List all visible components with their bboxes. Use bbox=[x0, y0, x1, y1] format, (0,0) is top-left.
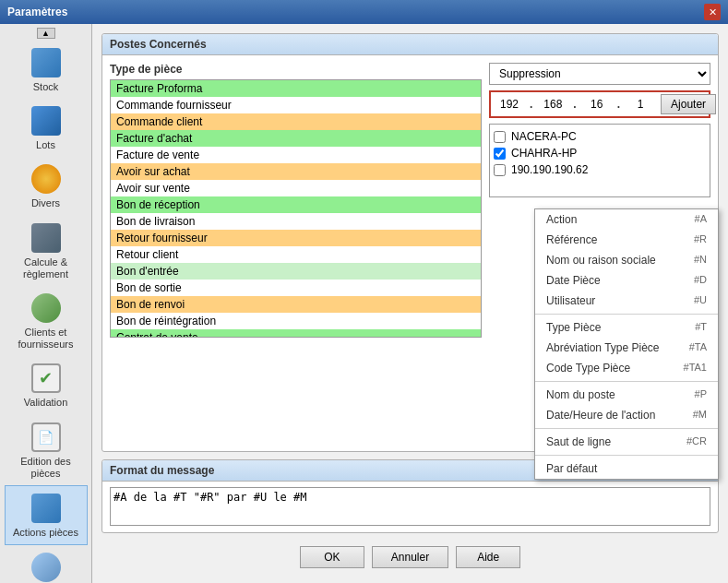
format-textarea[interactable] bbox=[110, 487, 710, 526]
ip-octet2[interactable] bbox=[536, 98, 569, 111]
sidebar-scroll-up[interactable]: ▲ bbox=[37, 28, 55, 39]
divers-icon bbox=[30, 162, 63, 196]
ajouter-button[interactable]: Ajouter bbox=[661, 94, 716, 114]
context-menu-item-label: Action bbox=[546, 213, 577, 226]
checkbox-label-ip62: 190.190.190.62 bbox=[511, 163, 588, 176]
context-menu-item-label: Nom du poste bbox=[546, 388, 615, 401]
context-menu-item[interactable]: Référence#R bbox=[535, 230, 718, 250]
checkbox-label-chahra: CHAHRA-HP bbox=[511, 147, 577, 160]
close-button[interactable]: ✕ bbox=[704, 4, 721, 20]
ip-octet3[interactable] bbox=[580, 98, 614, 111]
edition-icon: 📄 bbox=[30, 421, 63, 454]
context-menu-item[interactable]: Nom du poste#P bbox=[535, 385, 718, 405]
list-item[interactable]: Contrat de vente bbox=[111, 329, 481, 338]
postes-panel-title: Postes Concernés bbox=[102, 34, 718, 55]
context-menu-item[interactable]: Date Pièce#D bbox=[535, 270, 718, 291]
checkbox-ip62[interactable] bbox=[494, 164, 506, 176]
type-piece-list[interactable]: Facture ProformaCommande fournisseurComm… bbox=[110, 79, 482, 338]
list-item[interactable]: Avoir sur achat bbox=[111, 163, 481, 180]
sidebar-label-calcule: Calcule & règlement bbox=[8, 256, 84, 280]
sidebar-label-edition: Edition des pièces bbox=[8, 456, 84, 480]
context-menu-item-shortcut: #CR bbox=[686, 435, 707, 448]
list-item[interactable]: Facture Proforma bbox=[111, 80, 481, 97]
sidebar-item-edition[interactable]: 📄 Edition des pièces bbox=[5, 415, 88, 485]
sidebar-label-stock: Stock bbox=[33, 81, 59, 93]
list-item[interactable]: Bon de livraison bbox=[111, 213, 481, 230]
context-menu-item[interactable]: Code Type Pièce#TA1 bbox=[535, 358, 718, 378]
user-icon bbox=[30, 551, 63, 583]
type-piece-section: Type de pièce Facture ProformaCommande f… bbox=[110, 63, 482, 338]
list-item[interactable]: Retour client bbox=[111, 246, 481, 263]
checkbox-item: 190.190.190.62 bbox=[494, 161, 706, 178]
sidebar-item-clients[interactable]: Clients et fournisseurs bbox=[5, 286, 88, 356]
context-menu-item[interactable]: Utilisateur#U bbox=[535, 291, 718, 311]
context-menu-item[interactable]: Action#A bbox=[535, 209, 718, 230]
list-item[interactable]: Bon de sortie bbox=[111, 280, 481, 296]
context-menu-item-shortcut: #TA bbox=[689, 341, 707, 354]
bottom-buttons: OK Annuler Aide bbox=[101, 541, 719, 574]
context-menu-separator bbox=[535, 314, 718, 315]
type-piece-label: Type de pièce bbox=[110, 63, 482, 76]
validation-icon: ✔ bbox=[30, 362, 63, 395]
context-menu-item[interactable]: Nom ou raison sociale#N bbox=[535, 250, 718, 270]
content-area: Postes Concernés Type de pièce Facture P… bbox=[92, 24, 728, 583]
checkbox-nacera[interactable] bbox=[494, 131, 506, 143]
list-item[interactable]: Facture d'achat bbox=[111, 130, 481, 147]
context-menu-separator bbox=[535, 455, 718, 456]
sidebar-item-validation[interactable]: ✔ Validation bbox=[5, 356, 88, 414]
list-item[interactable]: Bon de réintégration bbox=[111, 313, 481, 329]
sidebar-item-lots[interactable]: Lots bbox=[5, 99, 88, 157]
ip-dot1: . bbox=[530, 98, 532, 111]
list-item[interactable]: Bon de réception bbox=[111, 196, 481, 213]
context-menu-item[interactable]: Par défaut bbox=[535, 458, 718, 479]
clients-icon bbox=[30, 292, 63, 325]
context-menu-item[interactable]: Type Pièce#T bbox=[535, 317, 718, 338]
sidebar-item-stock[interactable]: Stock bbox=[5, 41, 88, 99]
sidebar-label-lots: Lots bbox=[36, 139, 55, 151]
sidebar-item-divers[interactable]: Divers bbox=[5, 157, 88, 215]
context-menu-item-label: Abréviation Type Pièce bbox=[546, 341, 660, 354]
list-item[interactable]: Avoir sur vente bbox=[111, 180, 481, 196]
actions-icon bbox=[30, 492, 63, 525]
context-menu-item[interactable]: Saut de ligne#CR bbox=[535, 432, 718, 452]
context-menu-item[interactable]: Abréviation Type Pièce#TA bbox=[535, 338, 718, 358]
context-menu-separator bbox=[535, 428, 718, 429]
checkbox-label-nacera: NACERA-PC bbox=[511, 130, 577, 143]
stock-icon bbox=[30, 46, 63, 79]
ok-button[interactable]: OK bbox=[300, 546, 364, 568]
ip-octet1[interactable] bbox=[493, 98, 526, 111]
main-container: ▲ Stock Lots Divers Calcule & règlement bbox=[0, 24, 728, 583]
context-menu-item-label: Code Type Pièce bbox=[546, 362, 630, 375]
aide-button[interactable]: Aide bbox=[456, 546, 520, 568]
annuler-button[interactable]: Annuler bbox=[372, 546, 448, 568]
list-item[interactable]: Bon d'entrée bbox=[111, 263, 481, 280]
sidebar: ▲ Stock Lots Divers Calcule & règlement bbox=[0, 24, 92, 583]
list-item[interactable]: Retour fournisseur bbox=[111, 230, 481, 246]
calcule-icon bbox=[30, 221, 63, 255]
context-menu-item-shortcut: #N bbox=[694, 254, 707, 267]
checkbox-item: NACERA-PC bbox=[494, 128, 706, 145]
list-item[interactable]: Commande fournisseur bbox=[111, 97, 481, 113]
list-item[interactable]: Facture de vente bbox=[111, 147, 481, 163]
context-menu-item-shortcut: #T bbox=[695, 321, 707, 334]
ip-dot3: . bbox=[617, 98, 620, 111]
sidebar-item-calcule[interactable]: Calcule & règlement bbox=[5, 216, 88, 286]
list-item[interactable]: Commande client bbox=[111, 113, 481, 130]
context-menu-item-label: Utilisateur bbox=[546, 294, 595, 307]
checkbox-chahra[interactable] bbox=[494, 148, 506, 160]
title-bar: Paramètres ✕ bbox=[0, 0, 728, 24]
ip-octet4[interactable] bbox=[624, 98, 657, 111]
context-menu-item-label: Type Pièce bbox=[546, 321, 601, 334]
context-menu-item[interactable]: Date/Heure de l'action#M bbox=[535, 405, 718, 425]
context-menu-item-label: Par défaut bbox=[546, 462, 597, 475]
suppression-select[interactable]: Suppression bbox=[489, 63, 710, 85]
sidebar-item-actions[interactable]: Actions pièces bbox=[5, 485, 88, 545]
context-menu-item-label: Date/Heure de l'action bbox=[546, 409, 655, 422]
sidebar-item-user[interactable] bbox=[5, 545, 88, 583]
ip-row: . . . Ajouter bbox=[489, 90, 710, 118]
sidebar-label-validation: Validation bbox=[24, 397, 68, 409]
list-item[interactable]: Bon de renvoi bbox=[111, 296, 481, 313]
context-menu-item-label: Référence bbox=[546, 233, 597, 246]
checkbox-list: NACERA-PCCHAHRA-HP190.190.190.62 bbox=[489, 124, 710, 197]
context-menu-item-shortcut: #M bbox=[693, 409, 707, 422]
